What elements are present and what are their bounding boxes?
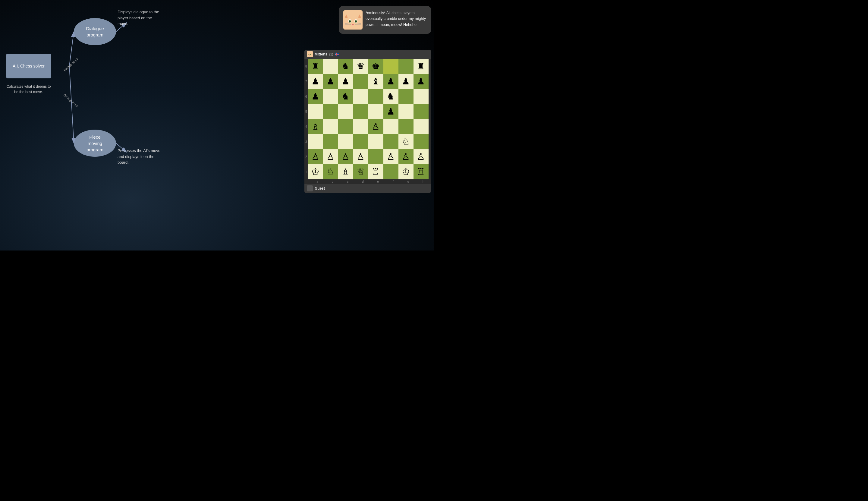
square-g5[interactable] — [398, 104, 414, 119]
square-f8[interactable] — [383, 59, 398, 74]
square-b2[interactable]: ♙ — [323, 149, 338, 164]
square-e3[interactable] — [368, 134, 383, 149]
square-g4[interactable] — [398, 119, 414, 134]
square-a4[interactable]: ♗ — [308, 119, 323, 134]
dialogue-label: Dialogueprogram — [86, 25, 104, 38]
piece-d1: ♕ — [356, 167, 365, 176]
square-a8[interactable]: ♜ — [308, 59, 323, 74]
square-d2[interactable]: ♙ — [353, 149, 368, 164]
square-b7[interactable]: ♟ — [323, 74, 338, 89]
piece-a8: ♜ — [311, 62, 320, 71]
cat-avatar-svg — [343, 10, 363, 30]
svg-point-19 — [350, 21, 351, 23]
square-a5[interactable] — [308, 104, 323, 119]
piece-d2: ♙ — [356, 152, 365, 161]
piece-f6: ♞ — [387, 92, 395, 101]
piece-h1: ♖ — [417, 167, 425, 176]
square-c2[interactable]: ♙ — [338, 149, 353, 164]
square-e6[interactable] — [368, 89, 383, 104]
square-b3[interactable] — [323, 134, 338, 149]
square-c3[interactable] — [338, 134, 353, 149]
square-e2[interactable] — [368, 149, 383, 164]
square-f5[interactable]: ♟ — [383, 104, 398, 119]
piece-a7: ♟ — [311, 77, 320, 86]
square-e7[interactable]: ♝ — [368, 74, 383, 89]
opponent-rating: (1) — [329, 52, 333, 56]
square-h6[interactable] — [414, 89, 429, 104]
square-e8[interactable]: ♚ — [368, 59, 383, 74]
piece-f2: ♙ — [387, 152, 395, 161]
square-f3[interactable] — [383, 134, 398, 149]
square-h5[interactable] — [414, 104, 429, 119]
square-g6[interactable] — [398, 89, 414, 104]
square-g3[interactable]: ♘ — [398, 134, 414, 149]
svg-point-27 — [308, 53, 312, 57]
piece-b1: ♘ — [326, 167, 334, 176]
svg-point-29 — [310, 54, 311, 55]
guest-name: Guest — [315, 186, 325, 191]
square-h8[interactable]: ♜ — [414, 59, 429, 74]
square-h7[interactable]: ♟ — [414, 74, 429, 89]
dialogue-description: Displays dialogue to the player based on… — [118, 9, 160, 27]
guest-avatar — [307, 185, 313, 191]
square-a2[interactable]: ♙ — [308, 149, 323, 164]
square-c5[interactable] — [338, 104, 353, 119]
square-a1[interactable]: ♔ — [308, 164, 323, 179]
square-d5[interactable] — [353, 104, 368, 119]
piece-f7: ♟ — [387, 77, 395, 86]
square-f7[interactable]: ♟ — [383, 74, 398, 89]
opponent-flag: 🇮🇸 — [335, 52, 339, 56]
piece-b7: ♟ — [326, 77, 334, 86]
piece-e8: ♚ — [372, 62, 380, 71]
piece-h7: ♟ — [417, 77, 425, 86]
square-a7[interactable]: ♟ — [308, 74, 323, 89]
square-b8[interactable] — [323, 59, 338, 74]
piece-c1: ♗ — [342, 167, 350, 176]
square-d1[interactable]: ♕ — [353, 164, 368, 179]
square-b4[interactable] — [323, 119, 338, 134]
square-g7[interactable]: ♟ — [398, 74, 414, 89]
square-c1[interactable]: ♗ — [338, 164, 353, 179]
square-d6[interactable] — [353, 89, 368, 104]
square-e1[interactable]: ♖ — [368, 164, 383, 179]
square-h4[interactable] — [414, 119, 429, 134]
piece-c2: ♙ — [342, 152, 350, 161]
square-d4[interactable] — [353, 119, 368, 134]
square-d7[interactable] — [353, 74, 368, 89]
piece-g1: ♔ — [402, 167, 410, 176]
square-c7[interactable]: ♟ — [338, 74, 353, 89]
square-g8[interactable] — [398, 59, 414, 74]
line-label-bishop-bottom: Bishop to e7 — [63, 93, 79, 108]
square-h1[interactable]: ♖ — [414, 164, 429, 179]
opponent-name: Mittens — [315, 52, 327, 56]
piece-moving-label: Piecemovingprogram — [86, 134, 103, 153]
piece-g2: ♙ — [402, 152, 410, 161]
square-c6[interactable]: ♞ — [338, 89, 353, 104]
svg-point-20 — [356, 21, 356, 23]
square-d3[interactable] — [353, 134, 368, 149]
board-container: 8 7 6 5 4 3 2 1 ♜♞♛♚♜♟♟♟♝♟♟♟♟♞♞♟♗♙♘♙♙♙♙♙… — [304, 59, 431, 179]
piece-c8: ♞ — [342, 62, 350, 71]
square-f6[interactable]: ♞ — [383, 89, 398, 104]
square-g2[interactable]: ♙ — [398, 149, 414, 164]
square-d8[interactable]: ♛ — [353, 59, 368, 74]
solver-description: Calculates what it deems to be the best … — [6, 84, 51, 95]
square-b1[interactable]: ♘ — [323, 164, 338, 179]
square-c4[interactable] — [338, 119, 353, 134]
square-f4[interactable] — [383, 119, 398, 134]
opponent-avatar — [307, 51, 313, 57]
square-c8[interactable]: ♞ — [338, 59, 353, 74]
square-f1[interactable] — [383, 164, 398, 179]
square-b6[interactable] — [323, 89, 338, 104]
square-b5[interactable] — [323, 104, 338, 119]
piece-a2: ♙ — [311, 152, 320, 161]
square-g1[interactable]: ♔ — [398, 164, 414, 179]
square-a6[interactable]: ♟ — [308, 89, 323, 104]
chess-panel: Mittens (1) 🇮🇸 8 7 6 5 4 3 2 1 ♜♞♛♚♜♟♟♟♝… — [304, 50, 431, 193]
square-e5[interactable] — [368, 104, 383, 119]
square-h3[interactable] — [414, 134, 429, 149]
square-e4[interactable]: ♙ — [368, 119, 383, 134]
square-a3[interactable] — [308, 134, 323, 149]
square-f2[interactable]: ♙ — [383, 149, 398, 164]
square-h2[interactable]: ♙ — [414, 149, 429, 164]
